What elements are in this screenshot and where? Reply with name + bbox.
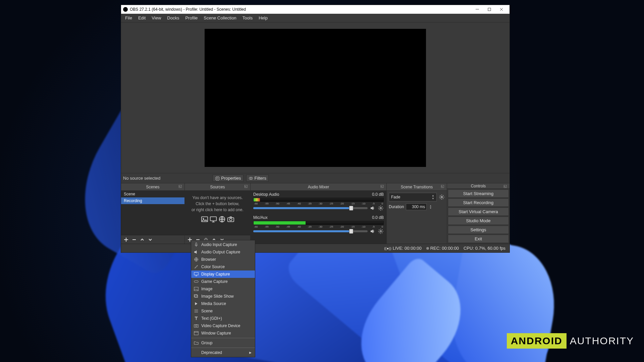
transition-select[interactable]: Fade ▲▼ xyxy=(389,193,437,201)
exit-button[interactable]: Exit xyxy=(448,235,509,243)
svg-rect-0 xyxy=(476,9,479,9)
duration-spinbox[interactable]: 300 ms xyxy=(406,203,427,210)
transitions-detach-icon[interactable]: ◱ xyxy=(441,184,445,189)
list-icon xyxy=(194,309,199,313)
ctx-group[interactable]: Group xyxy=(191,339,255,347)
camera-icon xyxy=(194,323,199,328)
window-titlebar[interactable]: OBS 27.2.1 (64-bit, windows) - Profile: … xyxy=(121,5,509,14)
mixer-header[interactable]: Audio Mixer ◱ xyxy=(251,183,386,191)
ctx-audio-input-capture[interactable]: Audio Input Capture xyxy=(191,241,255,248)
ctx-scene[interactable]: Scene xyxy=(191,307,255,315)
play-icon xyxy=(194,301,199,306)
obs-window: OBS 27.2.1 (64-bit, windows) - Profile: … xyxy=(121,5,510,253)
ctx-browser[interactable]: Browser xyxy=(191,256,255,263)
scenes-list[interactable]: Scene Recording xyxy=(121,191,184,235)
docks-row: Scenes ◱ Scene Recording Sources ◱ xyxy=(121,183,509,244)
scenes-remove-button[interactable] xyxy=(130,236,138,243)
ctx-color-source[interactable]: Color Source xyxy=(191,263,255,270)
svg-point-15 xyxy=(441,196,443,198)
transitions-body: Fade ▲▼ Duration 300 ms ▲▼ xyxy=(387,191,447,244)
gear-icon[interactable] xyxy=(378,228,384,234)
menu-edit[interactable]: Edit xyxy=(136,15,148,21)
start-streaming-button[interactable]: Start Streaming xyxy=(448,189,509,198)
preview-canvas[interactable] xyxy=(205,29,426,167)
close-button[interactable] xyxy=(495,5,507,14)
status-bar: ((●))LIVE: 00:00:00 REC: 00:00:00 CPU: 0… xyxy=(121,244,509,252)
sources-header[interactable]: Sources ◱ xyxy=(185,183,250,191)
dropdown-arrows-icon: ▲▼ xyxy=(432,194,434,200)
menu-tools[interactable]: Tools xyxy=(240,15,255,21)
ctx-text-gdi[interactable]: Text (GDI+) xyxy=(191,315,255,322)
scenes-detach-icon[interactable]: ◱ xyxy=(178,184,183,189)
mixer-volume-slider[interactable] xyxy=(253,230,368,232)
ctx-audio-output-capture[interactable]: Audio Output Capture xyxy=(191,248,255,256)
properties-button[interactable]: Properties xyxy=(213,175,243,182)
ctx-media-source[interactable]: Media Source xyxy=(191,300,255,307)
mixer-ch-name: Desktop Audio xyxy=(253,192,279,197)
ctx-image-slide-show[interactable]: Image Slide Show xyxy=(191,293,255,300)
globe-icon xyxy=(194,257,199,262)
brush-icon xyxy=(194,264,199,269)
menu-profile[interactable]: Profile xyxy=(182,15,200,21)
sources-empty-text: You don't have any sources. Click the + … xyxy=(185,191,250,227)
svg-rect-1 xyxy=(488,8,491,11)
maximize-button[interactable] xyxy=(483,5,495,14)
text-icon xyxy=(194,316,199,321)
scene-item-recording[interactable]: Recording xyxy=(121,197,184,204)
ctx-deprecated[interactable]: Deprecated▶ xyxy=(191,349,255,356)
mixer-detach-icon[interactable]: ◱ xyxy=(380,184,385,189)
mixer-ch-name: Mic/Aux xyxy=(253,215,268,220)
ctx-video-capture-device[interactable]: Video Capture Device xyxy=(191,322,255,329)
mixer-channel-mic-aux: Mic/Aux 0.0 dB -60-55-50-45-40-35-30-25-… xyxy=(251,214,386,237)
gear-icon[interactable] xyxy=(439,194,445,200)
scenes-up-button[interactable] xyxy=(139,236,146,243)
ctx-display-capture[interactable]: Display Capture xyxy=(191,270,255,278)
ctx-window-capture[interactable]: Window Capture xyxy=(191,329,255,337)
mixer-ticks: -60-55-50-45-40-35-30-25-20-15-10-50 xyxy=(253,202,384,205)
scenes-add-button[interactable] xyxy=(122,236,130,243)
no-source-label: No source selected xyxy=(123,176,160,181)
ctx-game-capture[interactable]: Game Capture xyxy=(191,278,255,285)
monitor-icon xyxy=(194,272,199,277)
speaker-icon[interactable] xyxy=(370,205,376,211)
speaker-icon xyxy=(194,250,199,254)
start-recording-button[interactable]: Start Recording xyxy=(448,198,509,207)
watermark: ANDROID AUTHORITY xyxy=(507,333,634,349)
start-virtual-camera-button[interactable]: Start Virtual Camera xyxy=(448,207,509,216)
source-toolbar: No source selected Properties Filters xyxy=(121,173,509,183)
duration-spinner[interactable]: ▲▼ xyxy=(429,204,432,209)
image-icon xyxy=(201,216,208,223)
slideshow-icon xyxy=(194,294,199,299)
filters-button[interactable]: Filters xyxy=(246,175,269,182)
studio-mode-button[interactable]: Studio Mode xyxy=(448,217,509,225)
sources-list[interactable]: You don't have any sources. Click the + … xyxy=(185,191,250,235)
controls-header[interactable]: Controls ◱ xyxy=(447,183,509,189)
mixer-volume-slider[interactable] xyxy=(253,207,368,209)
minimize-button[interactable] xyxy=(471,5,483,14)
settings-button[interactable]: Settings xyxy=(448,226,509,234)
gear-icon[interactable] xyxy=(378,205,384,211)
menu-scene-collection[interactable]: Scene Collection xyxy=(201,15,239,21)
preview-area[interactable] xyxy=(121,22,509,173)
transitions-header[interactable]: Scene Transitions ◱ xyxy=(387,183,447,191)
mixer-body: Desktop Audio 0.0 dB -60-55-50-45-40-35-… xyxy=(251,191,386,244)
scenes-down-button[interactable] xyxy=(147,236,154,243)
scene-item-scene[interactable]: Scene xyxy=(121,191,184,197)
controls-detach-icon[interactable]: ◱ xyxy=(503,184,508,189)
transitions-dock: Scene Transitions ◱ Fade ▲▼ Duration 300… xyxy=(387,183,447,244)
sources-detach-icon[interactable]: ◱ xyxy=(244,184,249,189)
cpu-status: CPU: 0.7%, 60.00 fps xyxy=(464,246,505,251)
menu-view[interactable]: View xyxy=(149,15,164,21)
menu-help[interactable]: Help xyxy=(256,15,270,21)
scenes-header[interactable]: Scenes ◱ xyxy=(121,183,184,191)
ctx-image[interactable]: Image xyxy=(191,285,255,293)
svg-rect-24 xyxy=(194,331,198,335)
menu-docks[interactable]: Docks xyxy=(164,15,182,21)
controls-dock: Controls ◱ Start Streaming Start Recordi… xyxy=(447,183,509,244)
menu-file[interactable]: File xyxy=(122,15,135,21)
add-source-context-menu: Audio Input Capture Audio Output Capture… xyxy=(191,240,255,357)
svg-point-11 xyxy=(229,218,232,221)
speaker-icon[interactable] xyxy=(370,228,376,234)
mixer-ticks: -60-55-50-45-40-35-30-25-20-15-10-50 xyxy=(253,225,384,228)
mixer-meter xyxy=(253,221,384,225)
